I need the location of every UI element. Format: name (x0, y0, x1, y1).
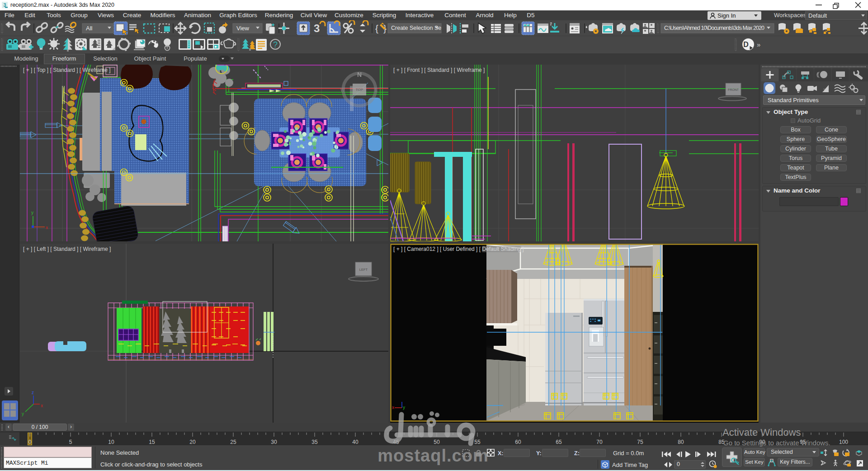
svg-text:LEFT: LEFT (359, 268, 368, 272)
svg-text:E: E (375, 88, 378, 93)
svg-text:25: 25 (230, 439, 236, 445)
svg-text:60: 60 (515, 439, 521, 445)
svg-text:3: 3 (314, 22, 320, 34)
svg-text:W: W (340, 88, 345, 93)
svg-text:FRONT: FRONT (728, 88, 739, 91)
svg-text:75: 75 (637, 439, 643, 445)
svg-text:15: 15 (149, 439, 155, 445)
svg-text:{: { (375, 23, 378, 33)
svg-text:65: 65 (556, 439, 562, 445)
svg-text:80: 80 (678, 439, 684, 445)
svg-text:70: 70 (596, 439, 603, 445)
svg-text:z: z (32, 390, 34, 395)
svg-text:0: 0 (28, 439, 32, 445)
svg-text:y: y (31, 210, 33, 215)
svg-text:C:\Users\Ahmed 10\Documents\3d: C:\Users\Ahmed 10\Documents\3ds Max 2020 (664, 25, 764, 31)
svg-text:100: 100 (839, 439, 848, 445)
svg-text:mostaql.com: mostaql.com (377, 446, 488, 465)
svg-text:30: 30 (271, 439, 277, 445)
svg-text:D: D (743, 41, 749, 48)
svg-text:5: 5 (69, 439, 72, 445)
svg-text:»: » (757, 41, 760, 48)
svg-text:20: 20 (189, 439, 196, 445)
svg-text:TOP: TOP (356, 88, 363, 92)
svg-text:40: 40 (352, 439, 359, 445)
svg-text:x: x (41, 403, 43, 408)
svg-text:35: 35 (311, 439, 318, 445)
svg-text:x: x (46, 225, 48, 230)
svg-text:y: y (22, 411, 24, 416)
svg-text:View: View (236, 25, 250, 32)
svg-text:Create Selection Se: Create Selection Se (391, 25, 441, 31)
svg-text:N: N (357, 71, 362, 78)
svg-text:All: All (86, 25, 93, 32)
svg-text:?: ? (273, 40, 278, 49)
svg-text:10: 10 (108, 439, 114, 445)
